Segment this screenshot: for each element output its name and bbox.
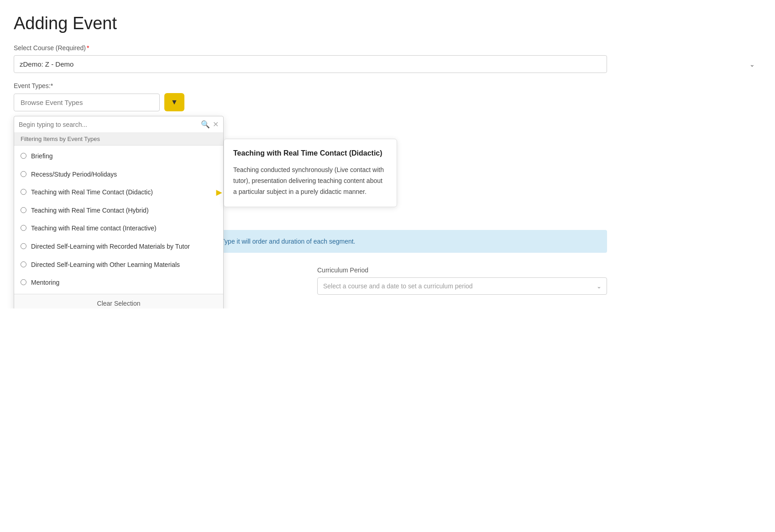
chevron-down-icon: ▼ bbox=[171, 98, 178, 106]
event-type-radio[interactable] bbox=[21, 189, 26, 195]
search-row: 🔍 ✕ bbox=[14, 116, 223, 133]
event-type-label: Mentoring bbox=[31, 278, 59, 287]
event-type-radio[interactable] bbox=[21, 153, 26, 159]
list-item[interactable]: Briefing bbox=[14, 147, 223, 166]
event-types-label: Event Types:* bbox=[14, 82, 761, 89]
event-types-dropdown: 🔍 ✕ Filtering Items by Event Types Brief… bbox=[14, 116, 224, 308]
event-types-row: ▼ 🔍 ✕ Filtering Items by Event Types Bri… bbox=[14, 93, 761, 111]
event-type-radio[interactable] bbox=[21, 207, 26, 213]
search-input[interactable] bbox=[19, 121, 198, 128]
event-list: BriefingRecess/Study Period/HolidaysTeac… bbox=[14, 146, 223, 294]
close-icon[interactable]: ✕ bbox=[213, 120, 219, 129]
event-type-tooltip: Teaching with Real Time Contact (Didacti… bbox=[224, 139, 397, 207]
browse-event-types-button[interactable]: ▼ bbox=[164, 93, 184, 111]
event-type-label: Directed Self-Learning with Other Learni… bbox=[31, 261, 180, 270]
list-item[interactable]: Directed Self-Learning with Other Learni… bbox=[14, 256, 223, 274]
list-item[interactable]: Mentoring bbox=[14, 274, 223, 292]
curriculum-period-select[interactable]: Select a course and a date to set a curr… bbox=[317, 277, 607, 295]
event-type-radio[interactable] bbox=[21, 279, 26, 285]
list-item[interactable]: Teaching with Real Time Contact (Didacti… bbox=[14, 183, 223, 202]
event-type-radio[interactable] bbox=[21, 261, 26, 267]
event-type-label: Recess/Study Period/Holidays bbox=[31, 170, 117, 179]
browse-event-types-input[interactable] bbox=[14, 94, 160, 111]
event-type-radio[interactable] bbox=[21, 171, 26, 177]
event-type-label: Teaching with Real Time Contact (Hybrid) bbox=[31, 206, 149, 215]
arrow-icon: ► bbox=[214, 187, 223, 198]
curriculum-period-select-wrapper: Select a course and a date to set a curr… bbox=[317, 277, 607, 295]
event-type-radio[interactable] bbox=[21, 225, 26, 231]
list-item[interactable]: Directed Self-Learning with Recorded Mat… bbox=[14, 238, 223, 256]
course-select-wrapper: zDemo: Z - Demo ⌄ bbox=[14, 55, 761, 73]
event-type-label: Teaching with Real time contact (Interac… bbox=[31, 224, 157, 233]
page-title: Adding Event bbox=[14, 14, 761, 33]
event-type-label: Briefing bbox=[31, 152, 52, 161]
event-type-radio[interactable] bbox=[21, 243, 26, 249]
list-item[interactable]: Recess/Study Period/Holidays bbox=[14, 166, 223, 184]
list-item[interactable]: Teaching with Real Time Contact (Hybrid) bbox=[14, 202, 223, 220]
filter-label: Filtering Items by Event Types bbox=[14, 133, 223, 146]
list-item[interactable]: Teaching with Real time contact (Interac… bbox=[14, 219, 223, 238]
curriculum-period-label: Curriculum Period bbox=[317, 266, 607, 274]
curriculum-period-field: Curriculum Period Select a course and a … bbox=[317, 266, 607, 295]
course-field-label: Select Course (Required)* bbox=[14, 44, 761, 52]
event-type-label: Teaching with Real Time Contact (Didacti… bbox=[31, 188, 153, 197]
event-type-label: Directed Self-Learning with Recorded Mat… bbox=[31, 242, 190, 251]
course-select[interactable]: zDemo: Z - Demo bbox=[14, 55, 607, 73]
search-icon: 🔍 bbox=[201, 120, 210, 129]
tooltip-title: Teaching with Real Time Contact (Didacti… bbox=[233, 148, 388, 158]
course-chevron-icon: ⌄ bbox=[749, 61, 755, 68]
clear-selection-button[interactable]: Clear Selection bbox=[14, 294, 223, 309]
tooltip-body: Teaching conducted synchronously (Live c… bbox=[233, 165, 388, 197]
